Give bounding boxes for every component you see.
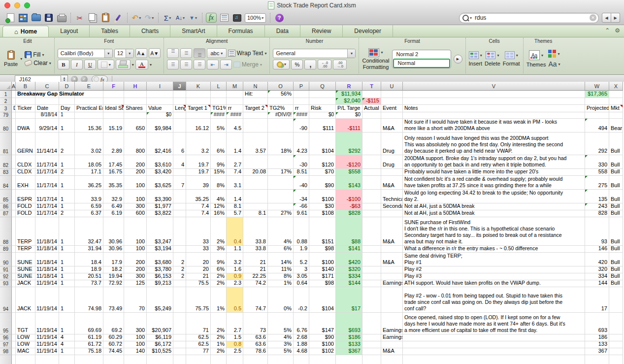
- cell-D86[interactable]: 1: [59, 203, 75, 210]
- cell-I82[interactable]: $3,610: [147, 155, 173, 169]
- cell-H96[interactable]: 100: [124, 334, 147, 341]
- cell-B79[interactable]: [16, 112, 35, 119]
- cell-L89[interactable]: 3%: [211, 246, 227, 253]
- cell-A89[interactable]: [12, 246, 16, 253]
- cell-V88[interactable]: SUNE purchase of FirstWind I don't like …: [403, 217, 585, 246]
- cell-L81[interactable]: 6%: [211, 132, 227, 155]
- cell-H1[interactable]: [124, 91, 147, 98]
- paste-button[interactable]: [99, 12, 111, 24]
- cell-M91[interactable]: 1.6: [227, 266, 243, 273]
- increase-font-size-button[interactable]: A▲: [135, 48, 147, 58]
- cell-T91[interactable]: [362, 266, 381, 273]
- cell-T88[interactable]: [362, 217, 381, 246]
- cell-B93[interactable]: JACK: [16, 280, 35, 287]
- cell-L97[interactable]: 1%: [211, 341, 227, 348]
- cell-H84[interactable]: 100: [124, 176, 147, 190]
- cell-H2[interactable]: [124, 98, 147, 105]
- undo-button[interactable]: ↶▾: [131, 12, 142, 24]
- cell-E2[interactable]: [75, 98, 103, 105]
- cell-B1[interactable]: Breakaway Gap Simulator: [16, 91, 35, 98]
- cell-O87[interactable]: 27%: [268, 210, 294, 217]
- cell-M1[interactable]: [227, 91, 243, 98]
- cell-J91[interactable]: 2: [173, 266, 186, 273]
- close-window-button[interactable]: [4, 2, 10, 8]
- row-header-83[interactable]: 83: [0, 169, 12, 176]
- cell-B88[interactable]: TERP: [16, 217, 35, 246]
- decrease-decimal-button[interactable]: .00 →.0: [333, 60, 347, 69]
- row-header-95[interactable]: 95: [0, 313, 12, 334]
- cell-J83[interactable]: [173, 169, 186, 176]
- cell-D83[interactable]: 2: [59, 169, 75, 176]
- conditional-formatting-button[interactable]: ▾ Conditional Formatting: [362, 48, 389, 70]
- cell-D87[interactable]: 2: [59, 210, 75, 217]
- tab-layout[interactable]: Layout: [49, 25, 90, 37]
- cell-N90[interactable]: 21: [243, 253, 268, 266]
- cell-L94[interactable]: 1%: [211, 287, 227, 313]
- cell-U98[interactable]: M&A: [381, 348, 403, 355]
- cell-E95[interactable]: 69.69: [75, 313, 103, 334]
- function-builder-button[interactable]: fx: [205, 12, 217, 24]
- cell-Q88[interactable]: $151: [309, 217, 336, 246]
- cell-F79[interactable]: [103, 112, 124, 119]
- cell-W87[interactable]: 828: [585, 210, 609, 217]
- cell-E83[interactable]: 17.1: [75, 169, 103, 176]
- cell-B86[interactable]: FOLD: [16, 203, 35, 210]
- cell-C96[interactable]: 11/19/14: [35, 334, 59, 341]
- cell-I88[interactable]: $3,247: [147, 217, 173, 246]
- cell-W98[interactable]: 367: [585, 348, 609, 355]
- cell-R3[interactable]: P/L Targe: [336, 105, 362, 112]
- cell-E85[interactable]: 33.9: [75, 190, 103, 203]
- cell-J97[interactable]: [173, 341, 186, 348]
- cell-A88[interactable]: [12, 217, 16, 246]
- cell-R91[interactable]: $320: [336, 266, 362, 273]
- cell-M82[interactable]: 2.7: [227, 155, 243, 169]
- cell-T83[interactable]: [362, 169, 381, 176]
- cell-E92[interactable]: 20.51: [75, 273, 103, 280]
- increase-decimal-button[interactable]: ←.0 .00: [318, 60, 331, 69]
- cell-P91[interactable]: 3: [294, 266, 309, 273]
- cell-A93[interactable]: [12, 280, 16, 287]
- cell-D91[interactable]: 1: [59, 266, 75, 273]
- cell-Q86[interactable]: $30: [309, 203, 336, 210]
- cell-L79[interactable]: ####: [211, 112, 227, 119]
- column-header-I[interactable]: I: [147, 82, 173, 91]
- cell-A2[interactable]: [12, 98, 16, 105]
- format-cells-button[interactable]: ▾ Format: [503, 51, 520, 66]
- cell-X81[interactable]: Bull: [609, 132, 623, 155]
- cell-M80[interactable]: 4.5: [227, 119, 243, 132]
- column-header-K[interactable]: K: [186, 82, 211, 91]
- underline-button[interactable]: U: [84, 60, 96, 69]
- cell-R2[interactable]: $2,040: [336, 98, 362, 105]
- cell-A91[interactable]: [12, 266, 16, 273]
- cell-J98[interactable]: [173, 348, 186, 355]
- cell-V91[interactable]: Play #2: [403, 266, 585, 273]
- cell-X2[interactable]: [609, 98, 623, 105]
- column-header-X[interactable]: X: [609, 82, 623, 91]
- cell-D92[interactable]: 1: [59, 273, 75, 280]
- cell-K96[interactable]: 62.5: [186, 334, 211, 341]
- cell-P93[interactable]: 0.64: [294, 280, 309, 287]
- cell-C95[interactable]: 11/19/14: [35, 313, 59, 334]
- cell-C79[interactable]: 8/18/14: [35, 112, 59, 119]
- cell-V84[interactable]: Not confident b/c it's a red candle & ov…: [403, 176, 585, 190]
- cell-V1[interactable]: [403, 91, 585, 98]
- cell-N2[interactable]: [243, 98, 268, 105]
- search-icon[interactable]: [462, 15, 469, 21]
- cell-E93[interactable]: 73.7: [75, 280, 103, 287]
- cell-K3[interactable]: Target 1: [186, 105, 211, 112]
- cell-E82[interactable]: 18.05: [75, 155, 103, 169]
- sort-button[interactable]: A↓▾: [174, 12, 186, 24]
- cell-P2[interactable]: [294, 98, 309, 105]
- cell-D96[interactable]: 4: [59, 334, 75, 341]
- cell-F81[interactable]: 2.89: [103, 132, 124, 155]
- cell-R85[interactable]: -$100: [336, 190, 362, 203]
- cell-T2[interactable]: -$115: [362, 98, 381, 105]
- cell-I90[interactable]: $3,680: [147, 253, 173, 266]
- cell-V80[interactable]: Not sure if I would have taken it becaus…: [403, 119, 585, 132]
- cell-J90[interactable]: 2: [173, 253, 186, 266]
- cell-Q82[interactable]: $120: [309, 155, 336, 169]
- cell-A92[interactable]: [12, 273, 16, 280]
- cell-T94[interactable]: [362, 287, 381, 313]
- cell-J82[interactable]: 4: [173, 155, 186, 169]
- cell-T90[interactable]: [362, 253, 381, 266]
